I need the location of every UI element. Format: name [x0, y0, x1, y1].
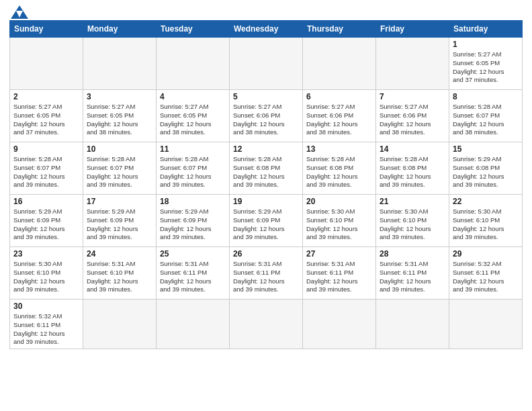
day-number: 15 [453, 144, 519, 154]
day-number: 28 [380, 249, 445, 259]
calendar-cell: 6Sunrise: 5:27 AM Sunset: 6:06 PM Daylig… [303, 90, 376, 142]
calendar-cell: 29Sunrise: 5:32 AM Sunset: 6:11 PM Dayli… [449, 247, 523, 300]
calendar-cell: 7Sunrise: 5:27 AM Sunset: 6:06 PM Daylig… [376, 90, 449, 142]
logo [9, 7, 28, 16]
calendar-cell [83, 300, 157, 349]
calendar-cell [303, 300, 376, 349]
calendar-cell: 10Sunrise: 5:28 AM Sunset: 6:07 PM Dayli… [83, 142, 157, 195]
day-info: Sunrise: 5:30 AM Sunset: 6:10 PM Dayligh… [306, 208, 372, 242]
day-info: Sunrise: 5:31 AM Sunset: 6:11 PM Dayligh… [306, 260, 372, 294]
calendar-page: SundayMondayTuesdayWednesdayThursdayFrid… [0, 0, 532, 411]
day-info: Sunrise: 5:27 AM Sunset: 6:05 PM Dayligh… [13, 103, 79, 137]
day-info: Sunrise: 5:30 AM Sunset: 6:10 PM Dayligh… [380, 208, 445, 242]
calendar-cell [10, 38, 83, 90]
col-header-friday: Friday [376, 21, 449, 38]
calendar-cell: 23Sunrise: 5:30 AM Sunset: 6:10 PM Dayli… [10, 247, 83, 300]
calendar-cell: 21Sunrise: 5:30 AM Sunset: 6:10 PM Dayli… [376, 195, 449, 247]
day-info: Sunrise: 5:31 AM Sunset: 6:10 PM Dayligh… [87, 260, 152, 294]
day-info: Sunrise: 5:31 AM Sunset: 6:11 PM Dayligh… [160, 260, 226, 294]
day-info: Sunrise: 5:30 AM Sunset: 6:10 PM Dayligh… [453, 208, 519, 242]
day-info: Sunrise: 5:29 AM Sunset: 6:09 PM Dayligh… [13, 208, 79, 242]
day-info: Sunrise: 5:31 AM Sunset: 6:11 PM Dayligh… [380, 260, 445, 294]
calendar-cell: 9Sunrise: 5:28 AM Sunset: 6:07 PM Daylig… [10, 142, 83, 195]
day-info: Sunrise: 5:27 AM Sunset: 6:06 PM Dayligh… [306, 103, 372, 137]
day-info: Sunrise: 5:29 AM Sunset: 6:09 PM Dayligh… [233, 208, 299, 242]
col-header-wednesday: Wednesday [230, 21, 303, 38]
day-info: Sunrise: 5:27 AM Sunset: 6:05 PM Dayligh… [87, 103, 152, 137]
day-info: Sunrise: 5:28 AM Sunset: 6:07 PM Dayligh… [160, 155, 226, 189]
calendar-cell: 27Sunrise: 5:31 AM Sunset: 6:11 PM Dayli… [303, 247, 376, 300]
day-number: 4 [160, 92, 226, 101]
calendar-cell [376, 38, 449, 90]
day-number: 12 [233, 144, 299, 154]
day-number: 20 [306, 197, 372, 206]
calendar-week-2: 9Sunrise: 5:28 AM Sunset: 6:07 PM Daylig… [10, 142, 523, 195]
header [9, 7, 523, 16]
calendar-cell: 11Sunrise: 5:28 AM Sunset: 6:07 PM Dayli… [157, 142, 230, 195]
calendar-cell: 22Sunrise: 5:30 AM Sunset: 6:10 PM Dayli… [449, 195, 523, 247]
calendar-cell: 13Sunrise: 5:28 AM Sunset: 6:08 PM Dayli… [303, 142, 376, 195]
calendar-cell [230, 300, 303, 349]
day-number: 23 [13, 249, 79, 259]
day-number: 7 [380, 92, 445, 101]
calendar-cell: 1Sunrise: 5:27 AM Sunset: 6:05 PM Daylig… [449, 38, 523, 90]
day-info: Sunrise: 5:31 AM Sunset: 6:11 PM Dayligh… [233, 260, 299, 294]
col-header-tuesday: Tuesday [157, 21, 230, 38]
day-number: 18 [160, 197, 226, 206]
calendar-cell: 17Sunrise: 5:29 AM Sunset: 6:09 PM Dayli… [83, 195, 157, 247]
day-info: Sunrise: 5:28 AM Sunset: 6:07 PM Dayligh… [13, 155, 79, 189]
day-number: 13 [306, 144, 372, 154]
day-number: 2 [13, 92, 79, 101]
day-info: Sunrise: 5:28 AM Sunset: 6:08 PM Dayligh… [306, 155, 372, 189]
calendar-cell: 4Sunrise: 5:27 AM Sunset: 6:05 PM Daylig… [157, 90, 230, 142]
calendar-week-1: 2Sunrise: 5:27 AM Sunset: 6:05 PM Daylig… [10, 90, 523, 142]
col-header-sunday: Sunday [10, 21, 83, 38]
day-number: 3 [87, 92, 152, 101]
calendar-cell [83, 38, 157, 90]
day-info: Sunrise: 5:32 AM Sunset: 6:11 PM Dayligh… [453, 260, 519, 294]
calendar-cell [157, 300, 230, 349]
calendar-cell: 14Sunrise: 5:28 AM Sunset: 6:08 PM Dayli… [376, 142, 449, 195]
day-number: 6 [306, 92, 372, 101]
day-info: Sunrise: 5:27 AM Sunset: 6:06 PM Dayligh… [380, 103, 445, 137]
calendar-cell: 15Sunrise: 5:29 AM Sunset: 6:08 PM Dayli… [449, 142, 523, 195]
calendar-week-4: 23Sunrise: 5:30 AM Sunset: 6:10 PM Dayli… [10, 247, 523, 300]
calendar-cell: 28Sunrise: 5:31 AM Sunset: 6:11 PM Dayli… [376, 247, 449, 300]
calendar-cell: 12Sunrise: 5:28 AM Sunset: 6:08 PM Dayli… [230, 142, 303, 195]
day-number: 1 [453, 40, 519, 49]
calendar-cell: 25Sunrise: 5:31 AM Sunset: 6:11 PM Dayli… [157, 247, 230, 300]
calendar-cell: 3Sunrise: 5:27 AM Sunset: 6:05 PM Daylig… [83, 90, 157, 142]
calendar-cell: 20Sunrise: 5:30 AM Sunset: 6:10 PM Dayli… [303, 195, 376, 247]
col-header-thursday: Thursday [303, 21, 376, 38]
calendar-week-0: 1Sunrise: 5:27 AM Sunset: 6:05 PM Daylig… [10, 38, 523, 90]
day-info: Sunrise: 5:28 AM Sunset: 6:07 PM Dayligh… [453, 103, 519, 137]
day-number: 25 [160, 249, 226, 259]
calendar-week-5: 30Sunrise: 5:32 AM Sunset: 6:11 PM Dayli… [10, 300, 523, 349]
day-number: 8 [453, 92, 519, 101]
day-info: Sunrise: 5:28 AM Sunset: 6:08 PM Dayligh… [233, 155, 299, 189]
day-number: 16 [13, 197, 79, 206]
day-number: 30 [13, 302, 79, 311]
calendar-cell [157, 38, 230, 90]
day-info: Sunrise: 5:30 AM Sunset: 6:10 PM Dayligh… [13, 260, 79, 294]
calendar-cell: 18Sunrise: 5:29 AM Sunset: 6:09 PM Dayli… [157, 195, 230, 247]
day-number: 26 [233, 249, 299, 259]
day-number: 5 [233, 92, 299, 101]
col-header-monday: Monday [83, 21, 157, 38]
calendar-cell: 19Sunrise: 5:29 AM Sunset: 6:09 PM Dayli… [230, 195, 303, 247]
calendar-cell [376, 300, 449, 349]
day-info: Sunrise: 5:29 AM Sunset: 6:09 PM Dayligh… [160, 208, 226, 242]
day-number: 14 [380, 144, 445, 154]
calendar-cell [449, 300, 523, 349]
calendar-cell: 30Sunrise: 5:32 AM Sunset: 6:11 PM Dayli… [10, 300, 83, 349]
day-info: Sunrise: 5:29 AM Sunset: 6:08 PM Dayligh… [453, 155, 519, 189]
calendar-header-row: SundayMondayTuesdayWednesdayThursdayFrid… [10, 21, 523, 38]
day-number: 17 [87, 197, 152, 206]
day-info: Sunrise: 5:27 AM Sunset: 6:06 PM Dayligh… [233, 103, 299, 137]
day-number: 10 [87, 144, 152, 154]
day-info: Sunrise: 5:28 AM Sunset: 6:08 PM Dayligh… [380, 155, 445, 189]
day-number: 22 [453, 197, 519, 206]
day-number: 11 [160, 144, 226, 154]
calendar-table: SundayMondayTuesdayWednesdayThursdayFrid… [9, 20, 523, 349]
day-number: 19 [233, 197, 299, 206]
